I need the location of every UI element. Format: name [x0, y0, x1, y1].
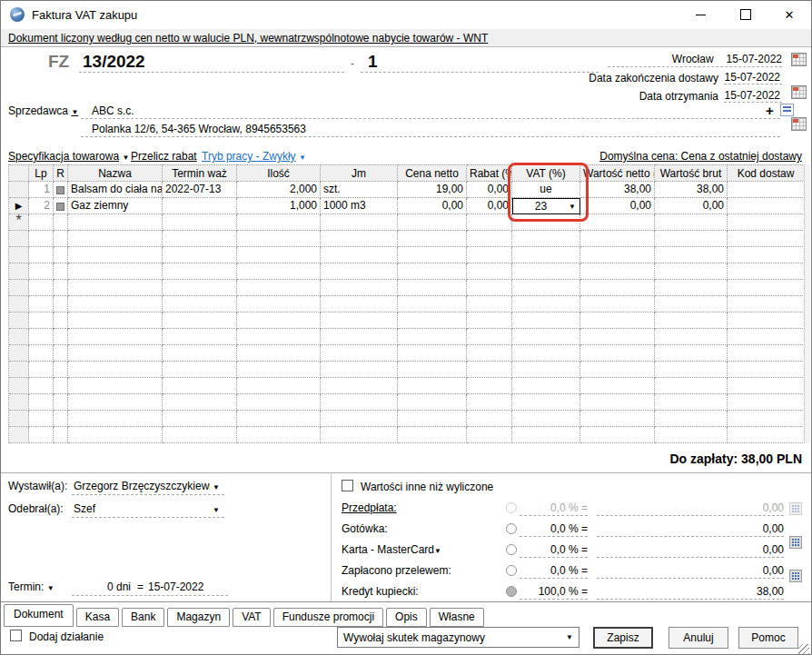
empty-cell[interactable] [68, 214, 163, 231]
received-by-field[interactable]: Szef [74, 502, 210, 515]
seller-address-field[interactable]: Polanka 12/6, 54-365 Wrocław, 8945653563 [92, 123, 306, 135]
payment-percent-field[interactable]: 100,0 % = [520, 585, 588, 600]
cell-nazwa[interactable]: Balsam do ciała na [68, 182, 163, 198]
seller-name-field[interactable]: ABC s.c. [92, 104, 134, 117]
cell-r[interactable] [54, 182, 68, 198]
cell-jm[interactable]: szt. [321, 182, 398, 198]
spec-menu[interactable]: Specyfikacja towarowa ▼ [8, 150, 129, 163]
empty-cell[interactable] [54, 214, 68, 231]
delivery-end-date-field[interactable]: 15-07-2022 [724, 71, 782, 84]
column-header-termin-waż[interactable]: Termin waż [163, 164, 237, 182]
tab-bank[interactable]: Bank [122, 608, 164, 627]
cell-netto[interactable]: 38,00 [580, 182, 655, 198]
cell-brutto[interactable]: 38,00 [655, 182, 728, 198]
contractor-list-icon[interactable] [780, 104, 794, 116]
column-header-rabat-[interactable]: Rabat (%) [467, 164, 512, 182]
term-days-field[interactable]: 0 dni [96, 581, 131, 593]
cell-cena[interactable]: 0,00 [398, 198, 467, 214]
row-selector[interactable]: * [9, 214, 29, 231]
issued-by-dropdown-icon[interactable]: ▼ [213, 483, 220, 491]
grid-scrollbar-gutter[interactable] [804, 164, 810, 443]
column-header-cena-netto[interactable]: Cena netto [398, 164, 467, 182]
tab-vat[interactable]: VAT [233, 608, 271, 627]
resize-grip[interactable] [798, 644, 809, 655]
empty-cell[interactable] [655, 214, 728, 231]
row-selector[interactable]: ▶ [9, 198, 29, 214]
payment-radio-4[interactable] [506, 565, 517, 576]
cell-vat[interactable]: ue [512, 182, 580, 198]
column-header-ilość[interactable]: Ilość [237, 164, 321, 182]
cell-nazwa[interactable]: Gaz ziemny [68, 198, 163, 214]
row-selector[interactable] [9, 182, 29, 198]
cell-rabat[interactable]: 0,00 [467, 182, 512, 198]
cancel-button[interactable]: Anuluj [668, 627, 728, 649]
cell-netto[interactable]: 0,00 [580, 198, 655, 214]
minimize-button[interactable] [680, 1, 720, 28]
issue-date-field[interactable]: 15-07-2022 [727, 53, 782, 65]
tab-dokument[interactable]: Dokument [4, 604, 74, 627]
empty-cell[interactable] [512, 214, 580, 231]
cell-termin[interactable] [163, 198, 237, 214]
term-menu[interactable]: Termin: ▼ [8, 581, 54, 593]
city-field[interactable]: Wrocław [672, 53, 714, 65]
payment-amount-field[interactable]: 0,00 [597, 564, 784, 579]
default-price-link[interactable]: Domyślna cena: Cena z ostatniej dostawy [599, 150, 802, 163]
tab-opis[interactable]: Opis [386, 608, 427, 627]
payment-label-3[interactable]: Karta - MasterCard▼ [342, 543, 441, 556]
tab-magazyn[interactable]: Magazyn [167, 608, 230, 627]
cell-jm[interactable]: 1000 m3 [321, 198, 398, 214]
payment-amount-field[interactable]: 0,00 [597, 543, 784, 558]
empty-cell[interactable] [728, 214, 805, 231]
tab-fundusze-promocji[interactable]: Fundusze promocji [273, 608, 383, 627]
column-header-lp[interactable]: Lp [29, 164, 54, 182]
work-mode-menu[interactable]: Tryb pracy - Zwykły ▼ [202, 150, 306, 163]
save-button[interactable]: Zapisz [593, 627, 653, 649]
issue-date-calendar-icon[interactable] [791, 53, 807, 66]
cell-ilosc[interactable]: 1,000 [237, 198, 321, 214]
payment-amount-field[interactable]: 0,00 [597, 522, 784, 537]
column-header-kod-dostaw[interactable]: Kod dostaw [728, 164, 805, 182]
seller-dropdown-icon[interactable]: ▼ [71, 108, 78, 116]
cell-ilosc[interactable]: 2,000 [237, 182, 321, 198]
received-date-calendar-icon[interactable] [791, 117, 807, 131]
term-date-field[interactable]: 15-07-2022 [148, 581, 203, 593]
empty-cell[interactable] [237, 214, 321, 231]
vat-dropdown-icon[interactable]: ▼ [569, 199, 579, 214]
document-mode-strip[interactable]: Dokument liczony według cen netto w walu… [1, 29, 811, 47]
cell-kod[interactable] [728, 182, 805, 198]
received-date-field[interactable]: 15-07-2022 [724, 89, 782, 103]
cell-lp[interactable]: 2 [29, 198, 54, 214]
empty-cell[interactable] [398, 214, 467, 231]
cell-r[interactable] [54, 198, 68, 214]
payment-radio-5[interactable] [506, 586, 517, 597]
tab-własne[interactable]: Własne [430, 608, 484, 627]
payment-amount-field[interactable]: 38,00 [597, 585, 784, 600]
doc-number-field[interactable]: 13/2022 [83, 52, 145, 72]
column-header-r[interactable]: R [54, 164, 68, 182]
recalc-discount-link[interactable]: Przelicz rabat [131, 150, 197, 163]
seller-label[interactable]: Sprzedawca ▼ [8, 104, 78, 117]
payment-percent-field[interactable]: 0,0 % = [520, 564, 588, 579]
add-action-checkbox[interactable] [10, 630, 22, 641]
warehouse-action-select[interactable]: Wywołaj skutek magazynowy ▼ [337, 627, 579, 648]
payment-calculator-icon[interactable] [789, 570, 802, 582]
payment-percent-field[interactable]: 0,0 % = [520, 522, 588, 537]
maximize-button[interactable] [726, 1, 766, 28]
issued-by-field[interactable]: Grzegorz Brzęczyszczykiewicz [74, 480, 210, 492]
empty-cell[interactable] [467, 214, 512, 231]
payment-radio-3[interactable] [506, 544, 517, 555]
add-contractor-button[interactable]: + [766, 103, 774, 118]
column-header-nazwa[interactable]: Nazwa [68, 164, 163, 182]
payment-radio-2[interactable] [506, 523, 517, 534]
payment-card-dropdown-icon[interactable]: ▼ [434, 547, 441, 555]
cell-kod[interactable] [728, 198, 805, 214]
column-header-wartość-netto-[interactable]: Wartość netto ( [580, 164, 655, 182]
vat-editor-cell[interactable]: 23▼ [512, 198, 580, 214]
doc-copy-number-field[interactable]: 1 [368, 52, 378, 72]
tab-kasa[interactable]: Kasa [76, 608, 119, 627]
received-by-dropdown-icon[interactable]: ▼ [213, 506, 220, 514]
empty-cell[interactable] [163, 214, 237, 231]
other-values-checkbox[interactable] [342, 480, 353, 491]
payment-percent-field[interactable]: 0,0 % = [520, 543, 588, 558]
cell-rabat[interactable]: 0,00 [467, 198, 512, 214]
